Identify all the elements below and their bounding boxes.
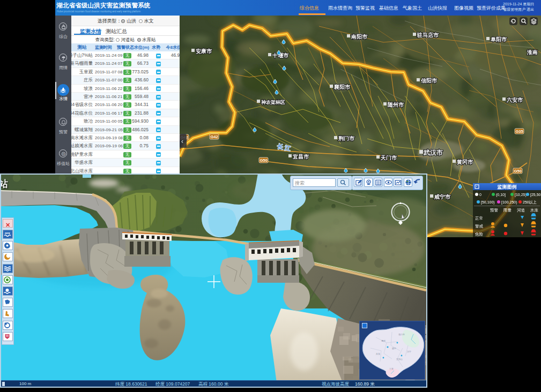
svg-text:危险: 危险 (475, 232, 484, 237)
svg-text:‹: ‹ (181, 138, 183, 145)
svg-text:G35: G35 (515, 129, 523, 134)
svg-text:(0,10]: (0,10] (496, 193, 506, 197)
svg-text:[25,50: [25,50 (530, 193, 541, 197)
svg-text:预警: 预警 (490, 208, 499, 213)
svg-text:水库: 水库 (530, 208, 539, 213)
svg-text:随州市: 随州市 (388, 102, 404, 108)
svg-text:[50,100): [50,100) (481, 200, 495, 205)
svg-text:正常: 正常 (475, 216, 483, 221)
svg-text:乐东: 乐东 (376, 352, 380, 355)
svg-text:驻马店市: 驻马店市 (417, 32, 439, 38)
svg-text:警戒: 警戒 (475, 224, 484, 229)
svg-text:荆门市: 荆门市 (338, 135, 355, 141)
svg-text:万宁: 万宁 (407, 350, 411, 353)
svg-text:G42: G42 (210, 134, 218, 139)
svg-text:安康市: 安康市 (196, 48, 212, 54)
svg-text:值: 值 (62, 153, 65, 155)
svg-text:信阳市: 信阳市 (420, 78, 438, 84)
svg-text:阜阳市: 阜阳市 (491, 36, 507, 42)
svg-text:琼中: 琼中 (392, 347, 396, 350)
svg-text:神农架林区: 神农架林区 (261, 100, 285, 105)
svg-text:G50: G50 (260, 158, 267, 163)
svg-text:淮南: 淮南 (527, 49, 538, 55)
svg-text:河道: 河道 (517, 208, 525, 213)
svg-text:武汉市: 武汉市 (423, 149, 443, 156)
svg-text:咸宁市: 咸宁市 (434, 194, 451, 200)
svg-text:海口市: 海口市 (398, 333, 405, 336)
svg-text:儋州: 儋州 (381, 340, 386, 342)
svg-text:天门市: 天门市 (380, 155, 397, 161)
svg-text:0: 0 (479, 193, 481, 197)
svg-text:250以上: 250以上 (523, 200, 537, 204)
svg-text:宜昌市: 宜昌市 (292, 154, 309, 160)
svg-text:黄冈市: 黄冈市 (456, 159, 473, 165)
svg-text:三亚: 三亚 (389, 367, 394, 370)
svg-text:六安市: 六安市 (506, 97, 523, 103)
svg-text:[10,25): [10,25) (515, 193, 527, 197)
svg-text:G50: G50 (514, 169, 521, 174)
svg-text:南阳市: 南阳市 (351, 34, 368, 40)
svg-text:襄阳市: 襄阳市 (334, 84, 351, 90)
svg-text:雨量: 雨量 (503, 208, 512, 213)
svg-text:[100,250): [100,250) (501, 200, 517, 205)
svg-text:五指山: 五指山 (396, 358, 403, 360)
